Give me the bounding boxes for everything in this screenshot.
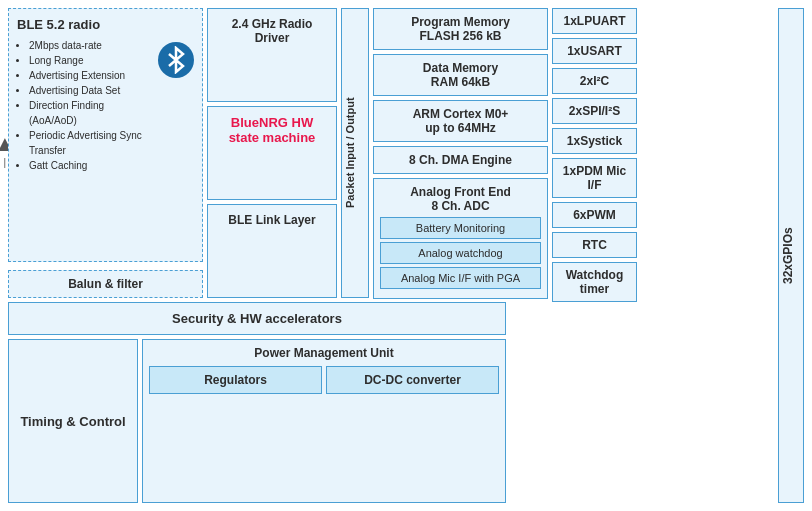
bluenrg-hw-block: BlueNRG HW state machine bbox=[207, 106, 337, 200]
spi-block: 2xSPI/I²S bbox=[552, 98, 637, 124]
dma-block: 8 Ch. DMA Engine bbox=[373, 146, 548, 174]
bottom-row: Security & HW accelerators Timing & Cont… bbox=[8, 302, 774, 503]
feature-6: Periodic Advertising Sync Transfer bbox=[29, 128, 152, 158]
arm-line2: up to 64MHz bbox=[425, 121, 496, 135]
arm-block: ARM Cortex M0+ up to 64MHz bbox=[373, 100, 548, 142]
dcdc-block: DC-DC converter bbox=[326, 366, 499, 394]
i2c-block: 2xI²C bbox=[552, 68, 637, 94]
lpuart-block: 1xLPUART bbox=[552, 8, 637, 34]
pmu-inner: Regulators DC-DC converter bbox=[149, 366, 499, 394]
feature-2: Long Range bbox=[29, 53, 152, 68]
watchdog-timer-block: Watchdog timer bbox=[552, 262, 637, 302]
analog-watchdog-block: Analog watchdog bbox=[380, 242, 541, 264]
top-row: ▲| BLE 5.2 radio 2Mbps data-rate Long Ra… bbox=[8, 8, 774, 298]
analog-mic-block: Analog Mic I/F with PGA bbox=[380, 267, 541, 289]
feature-1: 2Mbps data-rate bbox=[29, 38, 152, 53]
ble-radio-block: BLE 5.2 radio 2Mbps data-rate Long Range… bbox=[8, 8, 203, 262]
feature-3: Advertising Extension bbox=[29, 68, 152, 83]
main-col: ▲| BLE 5.2 radio 2Mbps data-rate Long Ra… bbox=[8, 8, 774, 503]
systick-block: 1xSystick bbox=[552, 128, 637, 154]
diagram: ▲| BLE 5.2 radio 2Mbps data-rate Long Ra… bbox=[0, 0, 812, 511]
pwm-block: 6xPWM bbox=[552, 202, 637, 228]
packet-io-label: Packet Input / Output bbox=[341, 8, 369, 298]
data-memory-line1: Data Memory bbox=[423, 61, 498, 75]
ble-left-col: ▲| BLE 5.2 radio 2Mbps data-rate Long Ra… bbox=[8, 8, 203, 298]
pdm-block: 1xPDM Mic I/F bbox=[552, 158, 637, 198]
bluetooth-icon bbox=[158, 42, 194, 78]
middle-col: 2.4 GHz Radio Driver BlueNRG HW state ma… bbox=[207, 8, 337, 298]
arm-line1: ARM Cortex M0+ bbox=[413, 107, 509, 121]
ble-features-list: 2Mbps data-rate Long Range Advertising E… bbox=[17, 38, 152, 173]
gpio-label: 32xGPIOs bbox=[778, 8, 804, 503]
bluenrg-line1: BlueNRG HW bbox=[216, 115, 328, 130]
balun-filter-block: Balun & filter bbox=[8, 270, 203, 298]
data-memory-line2: RAM 64kB bbox=[431, 75, 490, 89]
analog-title: Analog Front End 8 Ch. ADC bbox=[380, 185, 541, 213]
data-memory-block: Data Memory RAM 64kB bbox=[373, 54, 548, 96]
timing-block: Timing & Control bbox=[8, 339, 138, 503]
periph-col: 1xLPUART 1xUSART 2xI²C 2xSPI/I²S 1xSysti… bbox=[552, 8, 637, 298]
security-block: Security & HW accelerators bbox=[8, 302, 506, 335]
gpio-col: 32xGPIOs bbox=[778, 8, 804, 503]
ble-radio-content: 2Mbps data-rate Long Range Advertising E… bbox=[17, 38, 194, 173]
program-memory-block: Program Memory FLASH 256 kB bbox=[373, 8, 548, 50]
analog-front-end-block: Analog Front End 8 Ch. ADC Battery Monit… bbox=[373, 178, 548, 299]
feature-7: Gatt Caching bbox=[29, 158, 152, 173]
feature-4: Advertising Data Set bbox=[29, 83, 152, 98]
pmu-title: Power Management Unit bbox=[149, 346, 499, 360]
program-memory-line1: Program Memory bbox=[411, 15, 510, 29]
rtc-block: RTC bbox=[552, 232, 637, 258]
bottom-left-area: Security & HW accelerators Timing & Cont… bbox=[8, 302, 506, 503]
pmu-block: Power Management Unit Regulators DC-DC c… bbox=[142, 339, 506, 503]
packet-io-wrapper: Packet Input / Output bbox=[341, 8, 369, 298]
usart-block: 1xUSART bbox=[552, 38, 637, 64]
right-memory-area: Program Memory FLASH 256 kB Data Memory … bbox=[373, 8, 548, 298]
ble-link-block: BLE Link Layer bbox=[207, 204, 337, 298]
ble-radio-title: BLE 5.2 radio bbox=[17, 17, 194, 32]
feature-5: Direction Finding (AoA/AoD) bbox=[29, 98, 152, 128]
bottom-right-placeholder bbox=[510, 302, 685, 503]
battery-monitoring-block: Battery Monitoring bbox=[380, 217, 541, 239]
bottom-periph-placeholder bbox=[689, 302, 774, 503]
program-memory-line2: FLASH 256 kB bbox=[419, 29, 501, 43]
timing-pmu-row: Timing & Control Power Management Unit R… bbox=[8, 339, 506, 503]
regulators-block: Regulators bbox=[149, 366, 322, 394]
bluenrg-line2: state machine bbox=[216, 130, 328, 145]
radio-driver-block: 2.4 GHz Radio Driver bbox=[207, 8, 337, 102]
